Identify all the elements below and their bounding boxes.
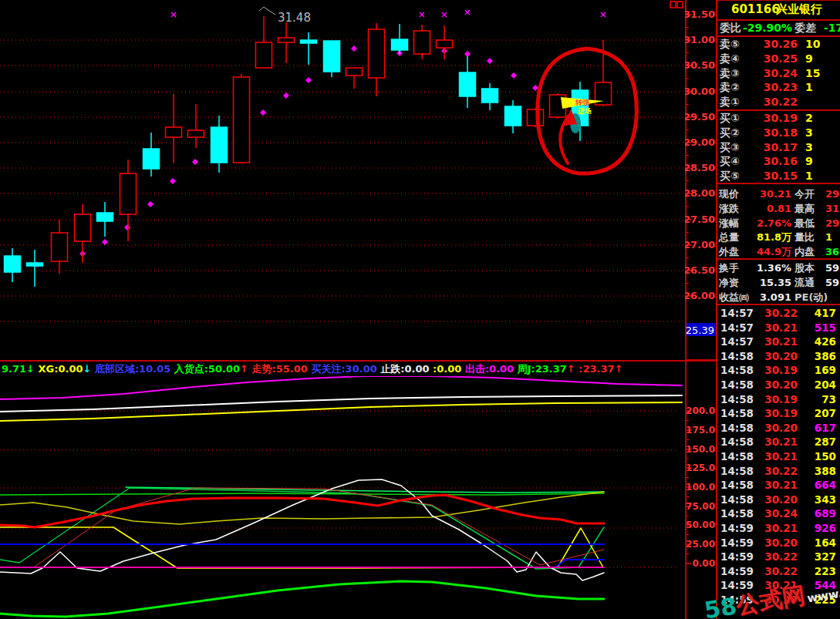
candle[interactable] [120, 160, 137, 241]
ask-price: 30.22 [747, 95, 798, 109]
tick-row[interactable]: 14:5930.21926 [717, 521, 840, 536]
candle[interactable] [369, 23, 385, 96]
info-label: 内盘 [794, 244, 815, 259]
ask-price: 30.23 [747, 80, 798, 95]
candle[interactable] [460, 56, 476, 108]
candle[interactable] [301, 32, 317, 65]
window-icon[interactable] [670, 2, 683, 8]
candle[interactable] [188, 104, 204, 148]
tick-price: 30.21 [753, 449, 798, 464]
candle[interactable] [437, 25, 453, 59]
candle[interactable] [97, 202, 113, 237]
tick-row[interactable]: 14:5730.21515 [717, 321, 840, 335]
candle[interactable] [256, 16, 272, 68]
tick-volume: 150 [801, 449, 836, 464]
candle[interactable] [5, 248, 21, 282]
indicator-param: ↓ [83, 363, 91, 375]
candle[interactable] [234, 74, 250, 163]
tick-time: 14:57 [720, 335, 754, 349]
axis-label: 30.00 [685, 86, 715, 97]
candle[interactable] [505, 100, 521, 133]
candle[interactable] [528, 108, 544, 127]
candle[interactable] [392, 24, 408, 54]
ask-label: 卖② [720, 80, 740, 95]
candle[interactable] [75, 204, 91, 263]
indicator-panel[interactable] [0, 376, 685, 619]
tick-time: 14:58 [720, 363, 754, 378]
tick-time: 14:58 [720, 449, 754, 464]
tick-price: 30.20 [753, 378, 798, 392]
info-value: 44.9万 [740, 244, 791, 259]
magenta-cross-marker [420, 12, 424, 17]
bid-label: 买③ [720, 140, 740, 155]
candle[interactable] [166, 94, 182, 163]
bid-row[interactable]: 买①30.192 [717, 111, 840, 126]
indicator-param: 9.71 [2, 363, 26, 375]
tick-row[interactable]: 14:5830.1973 [717, 392, 840, 407]
candle[interactable] [143, 133, 160, 177]
tick-row[interactable]: 14:5930.22327 [717, 550, 840, 564]
axis-label: 125.0 [686, 463, 715, 473]
tick-row[interactable]: 14:5930.20164 [717, 536, 840, 550]
tick-volume: 169 [801, 363, 836, 378]
bid-row[interactable]: 买⑤30.151 [717, 169, 840, 183]
tick-row[interactable]: 14:5830.19207 [717, 406, 840, 421]
tick-row[interactable]: 14:5730.22417 [717, 306, 840, 321]
tick-time: 14:58 [720, 349, 754, 364]
last-close-value: 25.39 [686, 325, 714, 336]
tick-row[interactable]: 14:5830.20386 [717, 349, 840, 364]
tick-time: 14:57 [720, 321, 754, 335]
bid-row[interactable]: 买②30.183 [717, 126, 840, 140]
candle[interactable] [346, 68, 363, 89]
axis-label: 29.50 [685, 111, 715, 123]
candle[interactable] [414, 25, 430, 59]
candle[interactable] [482, 83, 498, 110]
bid-row[interactable]: 买④30.169 [717, 154, 840, 169]
tick-row[interactable]: 14:5830.20617 [717, 421, 840, 436]
candle[interactable] [211, 116, 228, 173]
tick-volume: 287 [801, 435, 836, 449]
indicator-parameter-bar[interactable]: 9.71↓ XG:0.00↓ 底部区域:10.05 入货点:50.00↑ 走势:… [2, 362, 683, 375]
bid-volume: 3 [805, 126, 813, 140]
tick-price: 30.19 [753, 363, 798, 378]
info-label: 最低 [794, 216, 815, 230]
quote-header[interactable]: 601166 兴业银行 [717, 2, 840, 19]
ask-row[interactable]: 卖①30.22 [717, 95, 840, 109]
tick-row[interactable]: 14:5830.19169 [717, 363, 840, 378]
tick-row[interactable]: 14:5730.21426 [717, 335, 840, 349]
tick-row[interactable]: 14:5830.20204 [717, 378, 840, 392]
bid-row[interactable]: 买③30.173 [717, 140, 840, 155]
tick-volume: 388 [801, 464, 836, 479]
tick-row[interactable]: 14:5830.21287 [717, 435, 840, 449]
tick-row[interactable]: 14:5830.21664 [717, 478, 840, 493]
info-row: 总量81.8万量比1 [717, 230, 840, 244]
candlestick-chart[interactable]: 转强进场31.48 [0, 0, 685, 361]
ask-price: 30.26 [747, 37, 798, 52]
tick-row[interactable]: 14:5830.21150 [717, 449, 840, 464]
trend-dot [170, 178, 176, 184]
trend-dot [283, 93, 289, 99]
tick-time: 14:58 [720, 392, 754, 407]
tick-time: 14:59 [720, 521, 754, 536]
separator [717, 258, 840, 260]
stock-code: 601166 [731, 2, 780, 16]
ask-row[interactable]: 卖②30.231 [717, 80, 840, 95]
candle[interactable] [27, 250, 43, 287]
tick-price: 30.21 [753, 521, 798, 536]
info-value: 29 [825, 216, 839, 230]
ask-row[interactable]: 卖⑤30.2610 [717, 37, 840, 52]
tick-row[interactable]: 14:5830.20343 [717, 493, 840, 507]
tick-row[interactable]: 14:5830.24689 [717, 506, 840, 521]
candle[interactable] [324, 41, 340, 77]
candle[interactable] [52, 220, 68, 274]
axis-label: 29.00 [685, 136, 715, 148]
axis-label: 0.00 [692, 558, 715, 569]
tick-row[interactable]: 14:5830.22388 [717, 464, 840, 479]
info-row: 现价30.21今开29 [717, 187, 840, 201]
info-value: 2.76% [740, 216, 791, 230]
ask-row[interactable]: 卖④30.259 [717, 52, 840, 66]
ask-row[interactable]: 卖③30.2415 [717, 66, 840, 81]
candle[interactable] [278, 22, 295, 63]
info-value: 15.35 [740, 275, 791, 290]
axis-label: 26.50 [685, 264, 715, 276]
